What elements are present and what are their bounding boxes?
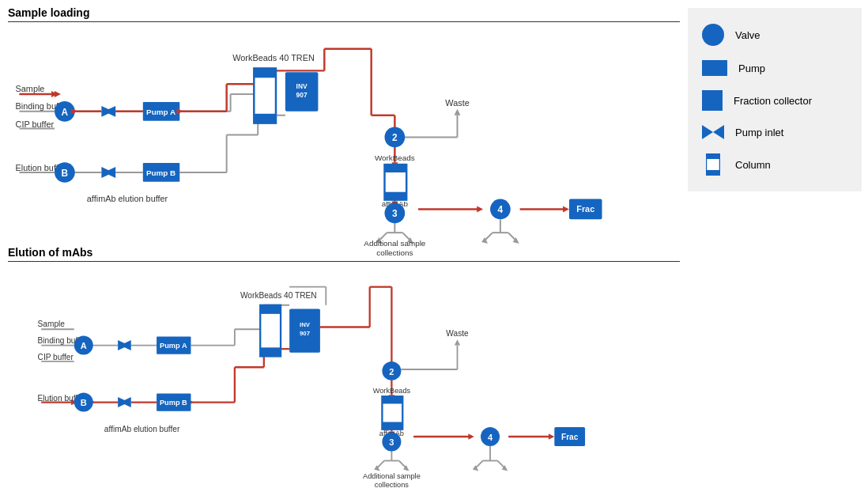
label-cip: CIP buffer — [16, 119, 55, 129]
svg-text:INV: INV — [296, 82, 308, 90]
svg-text:4: 4 — [498, 204, 504, 215]
svg-rect-55 — [384, 165, 406, 172]
diagram-sample-loading: Sample Binding buffer CIP buffer Elution… — [8, 25, 680, 244]
svg-text:3: 3 — [389, 437, 394, 447]
svg-text:Additional sample: Additional sample — [363, 472, 421, 480]
svg-text:Pump B: Pump B — [160, 399, 187, 407]
svg-text:B: B — [62, 168, 69, 179]
legend-pump-inlet-label: Pump inlet — [735, 127, 783, 138]
svg-rect-167 — [706, 153, 720, 159]
svg-marker-109 — [455, 339, 460, 345]
legend-area: Valve Pump Fraction collector Pump inlet — [688, 8, 862, 191]
main-container: Sample loading — [0, 0, 868, 492]
svg-marker-29 — [477, 206, 483, 213]
svg-rect-56 — [384, 192, 406, 200]
legend-column-icon — [706, 153, 720, 176]
section-title-elution: Elution of mAbs — [8, 246, 680, 262]
svg-rect-145 — [382, 396, 402, 403]
svg-rect-131 — [260, 305, 281, 314]
svg-rect-132 — [260, 347, 281, 356]
svg-line-62 — [485, 233, 492, 240]
svg-text:Frac: Frac — [561, 433, 579, 441]
legend-pump: Pump — [702, 60, 847, 76]
legend-column: Column — [702, 153, 847, 176]
diagram-elution: Sample Binding buffer CIP buffer Elution… — [8, 265, 680, 484]
label-additional1: Additional sample — [364, 239, 425, 248]
svg-rect-146 — [382, 422, 402, 430]
legend-pump-label: Pump — [738, 62, 765, 74]
svg-marker-106 — [549, 433, 554, 439]
svg-text:907: 907 — [300, 330, 311, 337]
svg-text:3: 3 — [392, 208, 398, 219]
label-affimab-elution: affimAb elution buffer — [87, 194, 168, 203]
svg-marker-165 — [713, 125, 724, 139]
legend-frac: Fraction collector — [702, 90, 847, 111]
svg-marker-164 — [702, 125, 713, 139]
svg-text:Waste: Waste — [446, 329, 469, 338]
svg-marker-31 — [563, 206, 569, 213]
svg-rect-168 — [706, 170, 720, 176]
svg-text:WorkBeads 40 TREN: WorkBeads 40 TREN — [240, 291, 317, 300]
svg-text:2: 2 — [389, 367, 394, 377]
column-top — [254, 68, 276, 78]
svg-marker-139 — [120, 340, 131, 350]
svg-marker-161 — [120, 397, 131, 407]
svg-text:2: 2 — [392, 132, 398, 143]
label-workbeads-affimab1: WorkBeads — [375, 153, 415, 162]
svg-line-120 — [476, 460, 483, 467]
legend-pump-inlet: Pump inlet — [702, 125, 847, 139]
svg-text:affimAb elution buffer: affimAb elution buffer — [104, 425, 180, 433]
svg-line-113 — [377, 460, 384, 467]
column-bottom — [254, 114, 276, 123]
label-sample: Sample — [16, 84, 45, 93]
svg-text:collections: collections — [375, 481, 409, 489]
pump-inlet-a2 — [104, 106, 115, 117]
svg-sample-loading: Sample Binding buffer CIP buffer Elution… — [8, 25, 688, 244]
svg-text:A: A — [62, 107, 69, 118]
svg-marker-34 — [455, 109, 461, 115]
svg-text:Pump A: Pump A — [146, 108, 175, 116]
pump-inlet-b2 — [104, 167, 115, 178]
svg-text:Pump A: Pump A — [160, 342, 187, 350]
svg-text:Frac: Frac — [576, 204, 594, 214]
svg-text:907: 907 — [296, 91, 308, 99]
svg-marker-104 — [468, 433, 474, 439]
label-waste-1: Waste — [445, 98, 469, 108]
legend-valve-icon — [702, 24, 724, 46]
svg-text:INV: INV — [300, 321, 311, 328]
legend-valve-label: Valve — [735, 29, 760, 41]
svg-marker-69 — [51, 91, 58, 97]
legend-pump-icon — [702, 60, 727, 76]
label-additional2: collections — [376, 248, 413, 257]
label-workbeads40: WorkBeads 40 TREN — [232, 53, 315, 62]
legend-column-label: Column — [735, 159, 771, 171]
legend-frac-label: Fraction collector — [734, 95, 812, 107]
svg-text:Sample: Sample — [38, 320, 66, 328]
legend-valve: Valve — [702, 24, 847, 46]
svg-text:4: 4 — [488, 433, 493, 442]
diagrams-area: Sample loading — [0, 0, 688, 492]
section-title-sample-loading: Sample loading — [8, 6, 680, 22]
svg-text:CIP buffer: CIP buffer — [38, 353, 74, 361]
svg-text:WorkBeads: WorkBeads — [373, 387, 411, 395]
svg-text:B: B — [81, 398, 87, 407]
svg-elution: Sample Binding buffer CIP buffer Elution… — [8, 265, 688, 484]
svg-text:A: A — [81, 341, 87, 350]
legend-frac-icon — [702, 90, 723, 111]
svg-text:Pump B: Pump B — [146, 168, 175, 177]
legend-pump-inlet-icon — [702, 125, 724, 139]
